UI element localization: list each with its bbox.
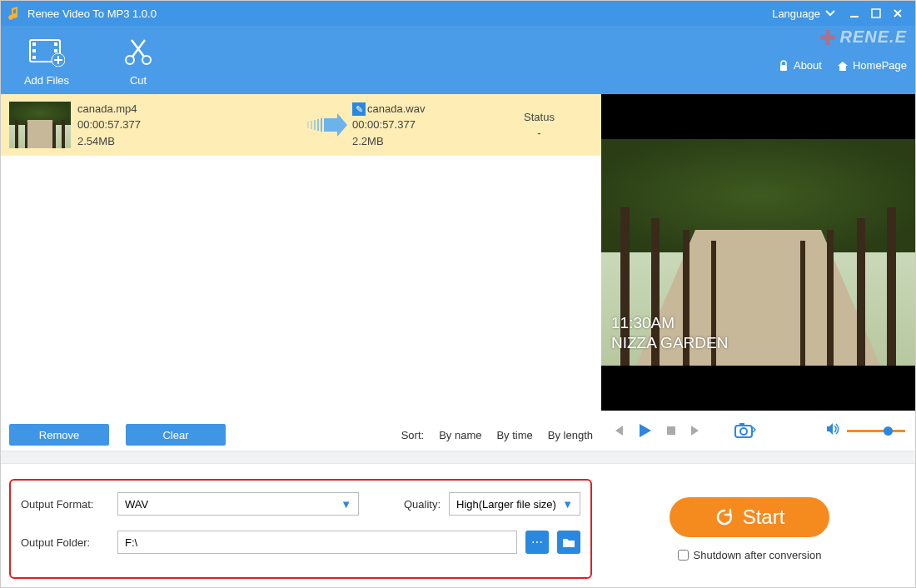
chevron-down-icon (825, 10, 835, 17)
output-folder-label: Output Folder: (21, 536, 109, 549)
output-format-select[interactable]: WAV ▼ (117, 492, 359, 516)
language-label: Language (772, 7, 820, 20)
scissors-icon (92, 32, 184, 71)
lock-icon (778, 60, 789, 72)
volume-area (825, 422, 905, 439)
overlay-time: 11:30AM (611, 313, 728, 334)
shutdown-label: Shutdown after conversion (694, 549, 822, 561)
sort-label: Sort: (401, 429, 424, 441)
source-filename: canada.mp4 (77, 101, 302, 117)
bottom-panel: Output Format: WAV ▼ Quality: High(Large… (1, 464, 915, 587)
maximize-button[interactable] (865, 2, 887, 24)
brand-logo: RENE.E (819, 27, 907, 47)
player-controls (601, 411, 915, 451)
volume-slider[interactable] (847, 430, 905, 432)
left-column: canada.mp4 00:00:57.377 2.54MB (1, 94, 601, 451)
svg-rect-14 (780, 65, 787, 71)
svg-rect-6 (54, 42, 57, 46)
snapshot-button[interactable] (734, 422, 756, 439)
source-info: canada.mp4 00:00:57.377 2.54MB (77, 101, 302, 150)
svg-rect-16 (311, 121, 312, 129)
status-value: - (485, 125, 593, 142)
output-format-label: Output Format: (21, 498, 109, 511)
svg-rect-23 (739, 423, 744, 426)
video-preview[interactable]: 11:30AM NIZZA GARDEN (601, 94, 915, 411)
close-button[interactable] (887, 2, 909, 24)
sort-by-name[interactable]: By name (439, 429, 481, 441)
film-add-icon (1, 32, 92, 71)
separator (1, 451, 915, 464)
shutdown-checkbox[interactable] (678, 550, 689, 561)
preview-overlay: 11:30AM NIZZA GARDEN (611, 313, 728, 354)
minimize-button[interactable] (844, 2, 865, 24)
file-row[interactable]: canada.mp4 00:00:57.377 2.54MB (1, 94, 601, 156)
chevron-down-icon: ▼ (341, 498, 351, 511)
svg-rect-4 (32, 49, 36, 52)
sort-area: Sort: By name By time By length (401, 429, 593, 441)
svg-rect-3 (32, 42, 36, 46)
dest-size: 2.2MB (352, 133, 485, 150)
svg-rect-17 (314, 120, 316, 130)
status-header: Status (485, 109, 593, 126)
svg-rect-7 (54, 49, 57, 52)
prev-button[interactable] (611, 424, 625, 437)
output-folder-input[interactable] (117, 531, 517, 554)
home-icon (837, 60, 849, 72)
titlebar: Renee Video To MP3 1.0.0 Language (1, 1, 915, 26)
about-link[interactable]: About (778, 59, 822, 72)
source-size: 2.54MB (77, 133, 302, 150)
cut-label: Cut (92, 74, 184, 87)
chevron-down-icon: ▼ (562, 498, 573, 511)
dest-filename: canada.wav (367, 102, 425, 115)
svg-rect-18 (317, 119, 319, 131)
preview-column: 11:30AM NIZZA GARDEN (601, 94, 915, 451)
output-settings: Output Format: WAV ▼ Quality: High(Large… (9, 479, 592, 579)
browse-folder-button[interactable] (557, 531, 580, 554)
status-column: Status - (485, 109, 593, 142)
arrow-icon (302, 113, 352, 137)
app-icon (7, 7, 21, 20)
sort-by-length[interactable]: By length (548, 429, 593, 441)
start-area: Start Shutdown after conversion (592, 479, 907, 579)
homepage-link[interactable]: HomePage (837, 59, 907, 72)
svg-rect-20 (667, 426, 675, 435)
svg-rect-19 (321, 118, 322, 132)
remove-button[interactable]: Remove (9, 424, 109, 446)
start-label: Start (743, 506, 785, 529)
next-button[interactable] (689, 424, 703, 437)
source-duration: 00:00:57.377 (77, 117, 302, 133)
file-list: canada.mp4 00:00:57.377 2.54MB (1, 94, 601, 419)
add-files-button[interactable]: Add Files (1, 32, 92, 87)
volume-icon[interactable] (825, 422, 840, 439)
svg-rect-0 (850, 16, 859, 17)
svg-point-22 (740, 428, 747, 435)
dest-info: ✎canada.wav 00:00:57.377 2.2MB (352, 101, 485, 150)
more-button[interactable]: ⋯ (525, 531, 549, 554)
overlay-place: NIZZA GARDEN (611, 333, 728, 354)
source-thumbnail (9, 102, 71, 148)
play-button[interactable] (636, 422, 653, 439)
dest-duration: 00:00:57.377 (352, 117, 485, 133)
app-title: Renee Video To MP3 1.0.0 (27, 7, 772, 20)
svg-rect-1 (872, 9, 880, 17)
quality-label: Quality: (404, 498, 441, 511)
sort-by-time[interactable]: By time (496, 429, 532, 441)
quality-select[interactable]: High(Larger file size) ▼ (449, 492, 580, 516)
cut-button[interactable]: Cut (92, 32, 184, 87)
clear-button[interactable]: Clear (126, 424, 226, 446)
shutdown-checkbox-row[interactable]: Shutdown after conversion (678, 549, 822, 561)
start-button[interactable]: Start (670, 497, 829, 537)
svg-point-11 (142, 56, 151, 64)
toolbar-right-links: About HomePage (778, 59, 907, 72)
edit-icon[interactable]: ✎ (352, 102, 366, 116)
plus-logo-icon (819, 28, 837, 47)
add-files-label: Add Files (1, 74, 92, 87)
stop-button[interactable] (665, 424, 678, 437)
language-menu[interactable]: Language (772, 7, 835, 20)
main-area: canada.mp4 00:00:57.377 2.54MB (1, 94, 915, 451)
quality-value: High(Larger file size) (456, 498, 562, 511)
output-format-value: WAV (125, 498, 341, 511)
svg-rect-5 (32, 56, 36, 59)
refresh-icon (714, 507, 734, 527)
svg-rect-13 (820, 35, 835, 40)
